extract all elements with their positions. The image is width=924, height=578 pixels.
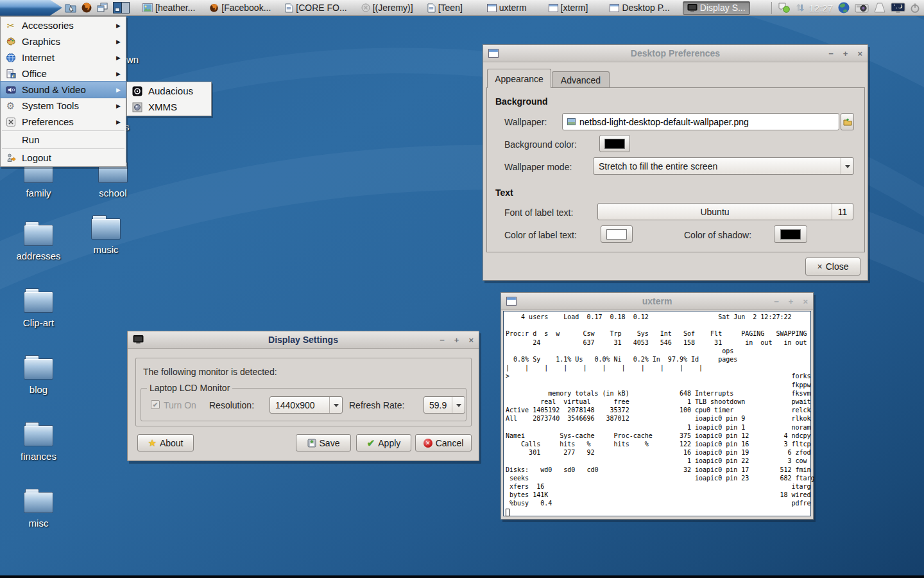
desktop-icon-school[interactable]: school (80, 162, 146, 198)
terminal-screen[interactable]: 4 users Load 0.17 0.18 0.12 Sat Jun 2 12… (503, 311, 811, 516)
minimize-button[interactable]: − (774, 297, 779, 306)
titlebar[interactable]: Display Settings − + × (128, 331, 479, 349)
menu-item-system-tools[interactable]: ⚙ System Tools ▶ (1, 98, 126, 114)
desktop-icon-misc[interactable]: misc (5, 492, 72, 529)
save-button[interactable]: Save (296, 434, 351, 451)
minimize-button[interactable]: − (440, 335, 445, 345)
network-activity-icon[interactable] (795, 3, 804, 13)
resolution-dropdown[interactable]: 924x578 (270, 396, 343, 414)
about-button[interactable]: ★ About (137, 434, 194, 451)
desktop-icon-finances[interactable]: finances (5, 425, 72, 462)
audacious-icon (132, 85, 142, 96)
tab-advanced[interactable]: Advanced (552, 71, 610, 88)
desktop-icon-addresses[interactable]: addresses (5, 225, 72, 261)
desktop-icon-label: blog (30, 384, 47, 395)
task-label: [heather... (155, 3, 195, 13)
maximize-button[interactable]: + (454, 335, 459, 345)
cancel-x-icon: ✕ (424, 439, 432, 448)
close-button[interactable]: × (857, 49, 862, 58)
camera-icon[interactable] (855, 3, 869, 13)
menu-item-office[interactable]: Office ▶ (1, 66, 126, 82)
scissors-icon: ✂ (5, 20, 16, 31)
power-icon[interactable] (910, 3, 920, 13)
refresh-rate-dropdown[interactable]: 59.9 (424, 396, 465, 414)
submenu-item-audacious[interactable]: Audacious (127, 83, 211, 99)
submenu-item-label: Audacious (148, 85, 207, 96)
desktop-icon-family[interactable]: family (5, 162, 72, 198)
task-label: Display S... (700, 3, 746, 13)
cross-glyph: ✕ (425, 440, 431, 446)
pager-desktop-1[interactable] (114, 3, 121, 13)
task-button-core[interactable]: [CORE FO... (281, 1, 350, 15)
submenu-item-xmms[interactable]: XMMS (127, 99, 211, 115)
desktop-icon-clip-art[interactable]: Clip-art (5, 292, 72, 328)
menu-item-label: Sound & Video (22, 84, 110, 95)
close-button[interactable]: × (468, 335, 474, 345)
tab-appearance[interactable]: Appearance (487, 69, 551, 88)
menu-item-accessories[interactable]: ✂ Accessories ▶ (1, 17, 126, 33)
start-menu-button[interactable] (0, 0, 62, 16)
menu-item-label: Preferences (22, 116, 110, 127)
turn-on-checkbox[interactable]: ✔ (151, 400, 160, 409)
chevron-down-icon (329, 397, 342, 413)
task-button-teen[interactable]: [Teen] (424, 1, 466, 15)
document-icon (285, 3, 293, 13)
desktop-icon-music[interactable]: music (73, 218, 139, 255)
menu-item-internet[interactable]: Internet ▶ (1, 49, 126, 66)
system-tray: 12:27 (771, 1, 924, 14)
terminal-cursor (506, 509, 509, 516)
office-icon (5, 68, 16, 79)
window-icon (488, 49, 499, 58)
monitor-name: Laptop LCD Monitor (147, 383, 232, 393)
browser-icon (81, 2, 92, 13)
desktop-icon-blog[interactable]: blog (5, 358, 72, 395)
minimize-button[interactable]: − (828, 49, 834, 58)
task-button-facebook[interactable]: [Facebook... (205, 1, 275, 15)
desktop-preferences-window: Desktop Preferences − + × Appearance Adv… (483, 44, 868, 281)
maximize-button[interactable]: + (789, 297, 794, 306)
titlebar[interactable]: Desktop Preferences − + × (483, 45, 868, 62)
desktop-icon-label: addresses (16, 250, 60, 261)
task-button-heather[interactable]: [heather... (139, 1, 199, 15)
cancel-button[interactable]: ✕ Cancel (415, 434, 472, 451)
screensaver-icon[interactable] (891, 3, 905, 13)
desktop-pager[interactable] (113, 2, 130, 13)
iconify-windows-launcher[interactable] (95, 0, 110, 16)
about-button-label: About (160, 438, 184, 448)
menu-item-label: Internet (22, 52, 110, 63)
monitor-icon (687, 4, 697, 12)
menu-item-run[interactable]: Run (1, 132, 126, 148)
pager-desktop-2[interactable] (121, 3, 129, 13)
menu-item-sound-video[interactable]: Sound & Video ▶ (1, 82, 126, 98)
cancel-button-label: Cancel (436, 438, 464, 448)
document-icon (427, 3, 436, 13)
web-browser-launcher[interactable] (79, 0, 94, 16)
chat-status-icon[interactable] (778, 2, 791, 13)
task-button-display-settings[interactable]: Display S... (683, 1, 750, 15)
menu-item-logout[interactable]: Logout (1, 150, 126, 166)
task-button-uxterm[interactable]: uxterm (483, 1, 531, 15)
submenu-arrow-icon: ▶ (116, 119, 122, 125)
close-dialog-button[interactable]: × Close (805, 258, 860, 276)
refresh-rate-value: 59.9 (424, 400, 452, 410)
apply-button-label: Apply (378, 438, 400, 448)
titlebar[interactable]: uxterm − + × (501, 293, 813, 310)
maximize-button[interactable]: + (843, 49, 848, 58)
task-button-desktop-preferences[interactable]: Desktop P... (606, 1, 673, 15)
apply-button[interactable]: ✔ Apply (356, 434, 411, 451)
menu-item-graphics[interactable]: Graphics ▶ (1, 33, 126, 49)
close-button[interactable]: × (803, 297, 808, 306)
menu-item-preferences[interactable]: Preferences ▶ (1, 114, 126, 130)
task-button-xterm[interactable]: [xterm] (545, 1, 592, 15)
submenu-arrow-icon: ▶ (116, 55, 122, 61)
web-globe-icon[interactable] (837, 1, 850, 14)
monitor-icon (133, 335, 144, 344)
save-icon (307, 439, 316, 448)
task-button-jeremy[interactable]: [(Jeremy)] (357, 1, 417, 15)
clock[interactable]: 12:27 (809, 3, 833, 13)
lampshade-icon[interactable] (873, 3, 886, 13)
task-label: uxterm (499, 3, 527, 13)
file-manager-launcher[interactable] (63, 0, 78, 16)
preferences-icon (5, 116, 16, 127)
submenu-arrow-icon: ▶ (116, 103, 122, 109)
